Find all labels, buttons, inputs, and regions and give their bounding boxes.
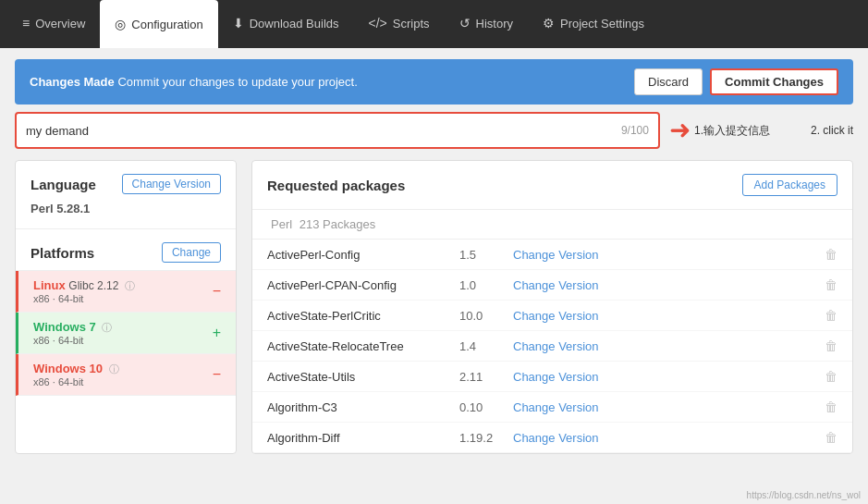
package-change-version[interactable]: Change Version — [513, 370, 817, 384]
platform-windows7-add[interactable]: + — [213, 325, 221, 341]
add-packages-button[interactable]: Add Packages — [742, 174, 837, 196]
platform-windows10-info-icon: ⓘ — [109, 363, 119, 375]
tab-download-label: Download Builds — [250, 17, 339, 31]
perl-version-value: Perl 5.28.1 — [31, 202, 90, 215]
tab-configuration[interactable]: ◎ Configuration — [100, 0, 217, 48]
hint1-text: 1.输入提交信息 — [694, 123, 770, 139]
package-version: 1.0 — [459, 278, 506, 292]
package-version: 1.4 — [459, 339, 506, 353]
top-navigation: ≡ Overview ◎ Configuration ⬇ Download Bu… — [0, 0, 868, 48]
package-name: ActivePerl-Config — [267, 248, 452, 262]
platform-linux-name: Linux — [33, 278, 66, 292]
package-change-version[interactable]: Change Version — [513, 278, 817, 292]
tab-history[interactable]: ↺ History — [445, 0, 528, 48]
changes-made-desc: Commit your changes to update your proje… — [117, 75, 357, 89]
platform-windows7-info: Windows 7 ⓘ x86 · 64-bit — [33, 320, 112, 346]
platform-windows10-name: Windows 10 — [33, 362, 103, 375]
package-delete-icon[interactable]: 🗑 — [825, 308, 837, 323]
discard-button[interactable]: Discard — [634, 68, 703, 95]
package-version: 0.10 — [459, 400, 506, 414]
platform-windows10-remove[interactable]: − — [213, 366, 221, 383]
platforms-change-button[interactable]: Change — [162, 242, 221, 263]
commit-message-input[interactable] — [26, 124, 621, 138]
package-version: 1.5 — [459, 248, 506, 262]
package-name: Algorithm-C3 — [267, 400, 452, 414]
package-name: ActiveState-RelocateTree — [267, 339, 452, 353]
platform-windows10-arch: x86 · 64-bit — [33, 376, 119, 387]
platform-windows7-arch: x86 · 64-bit — [33, 335, 112, 346]
package-change-version[interactable]: Change Version — [513, 431, 817, 445]
tab-project-settings[interactable]: ⚙ Project Settings — [528, 0, 659, 48]
language-section: Language Change Version Perl 5.28.1 — [16, 161, 236, 229]
package-delete-icon[interactable]: 🗑 — [825, 338, 837, 353]
packages-title: Requested packages — [267, 178, 405, 193]
settings-icon: ⚙ — [543, 16, 555, 31]
commit-changes-button[interactable]: Commit Changes — [710, 68, 838, 95]
platform-windows10: Windows 10 ⓘ x86 · 64-bit − — [16, 354, 236, 396]
platforms-header: Platforms Change — [31, 242, 221, 263]
packages-header: Requested packages Add Packages — [252, 161, 852, 210]
tab-history-label: History — [476, 17, 513, 31]
hint-annotation: ➜ 1.输入提交信息 2. click it — [669, 117, 853, 143]
table-row: ActivePerl-Config 1.5 Change Version 🗑 — [252, 240, 852, 270]
table-row: Algorithm-C3 0.10 Change Version 🗑 — [252, 392, 852, 423]
packages-perl-label: Perl — [271, 217, 292, 231]
platform-windows7-info-icon: ⓘ — [102, 322, 112, 333]
scripts-icon: </> — [369, 16, 387, 31]
package-name: ActiveState-PerlCritic — [267, 309, 452, 323]
tab-download-builds[interactable]: ⬇ Download Builds — [218, 0, 354, 48]
right-panel: Requested packages Add Packages Perl 213… — [251, 160, 853, 454]
hint2-text: 2. click it — [811, 124, 853, 137]
tab-scripts[interactable]: </> Scripts — [354, 0, 445, 48]
changes-banner-text: Changes Made Commit your changes to upda… — [30, 75, 358, 89]
platform-linux-info: Linux Glibc 2.12 ⓘ x86 · 64-bit — [33, 278, 135, 304]
packages-sub-header: Perl 213 Packages — [252, 210, 852, 240]
commit-input-row: 9/100 ➜ 1.输入提交信息 2. click it — [15, 112, 853, 149]
package-name: Algorithm-Diff — [267, 431, 452, 445]
platform-linux-remove[interactable]: − — [213, 283, 221, 300]
left-panel: Language Change Version Perl 5.28.1 Plat… — [15, 160, 237, 454]
change-version-button[interactable]: Change Version — [122, 174, 221, 194]
tab-project-settings-label: Project Settings — [560, 17, 644, 31]
package-change-version[interactable]: Change Version — [513, 339, 817, 353]
changes-banner: Changes Made Commit your changes to upda… — [15, 59, 853, 104]
platform-windows7-name: Windows 7 — [33, 320, 96, 334]
package-change-version[interactable]: Change Version — [513, 400, 817, 414]
platform-linux-arch: x86 · 64-bit — [33, 293, 135, 304]
platform-linux-info-icon: ⓘ — [125, 280, 135, 291]
table-row: Algorithm-Diff 1.19.2 Change Version 🗑 — [252, 423, 852, 453]
package-delete-icon[interactable]: 🗑 — [825, 430, 837, 445]
package-delete-icon[interactable]: 🗑 — [825, 400, 837, 414]
platforms-title: Platforms — [31, 245, 94, 261]
menu-icon: ≡ — [22, 16, 30, 31]
package-version: 10.0 — [459, 309, 506, 323]
platform-windows7: Windows 7 ⓘ x86 · 64-bit + — [16, 313, 236, 354]
language-title: Language — [31, 177, 96, 192]
char-count: 9/100 — [621, 124, 649, 137]
perl-version-text: Perl 5.28.1 — [31, 202, 221, 215]
package-delete-icon[interactable]: 🗑 — [825, 277, 837, 292]
tab-scripts-label: Scripts — [393, 17, 430, 31]
platform-linux-subname: Glibc 2.12 — [68, 279, 118, 292]
platforms-section: Platforms Change — [16, 229, 236, 271]
table-row: ActiveState-PerlCritic 10.0 Change Versi… — [252, 301, 852, 331]
package-delete-icon[interactable]: 🗑 — [825, 369, 837, 384]
right-arrow-icon: ➜ — [669, 117, 691, 143]
table-row: ActiveState-Utils 2.11 Change Version 🗑 — [252, 362, 852, 392]
main-content: Language Change Version Perl 5.28.1 Plat… — [15, 160, 853, 454]
language-header: Language Change Version — [31, 174, 221, 194]
platform-windows10-info: Windows 10 ⓘ x86 · 64-bit — [33, 362, 119, 387]
changes-banner-actions: Discard Commit Changes — [634, 68, 838, 95]
tab-overview[interactable]: ≡ Overview — [7, 0, 100, 48]
package-change-version[interactable]: Change Version — [513, 309, 817, 323]
changes-made-label: Changes Made — [30, 75, 115, 89]
history-icon: ↺ — [459, 16, 471, 31]
package-delete-icon[interactable]: 🗑 — [825, 247, 837, 262]
package-change-version[interactable]: Change Version — [513, 248, 817, 262]
package-version: 2.11 — [459, 370, 506, 384]
table-row: ActiveState-RelocateTree 1.4 Change Vers… — [252, 331, 852, 362]
commit-input-wrapper: 9/100 — [15, 112, 660, 149]
download-icon: ⬇ — [233, 16, 244, 31]
package-name: ActiveState-Utils — [267, 370, 452, 384]
tab-overview-label: Overview — [35, 17, 85, 31]
